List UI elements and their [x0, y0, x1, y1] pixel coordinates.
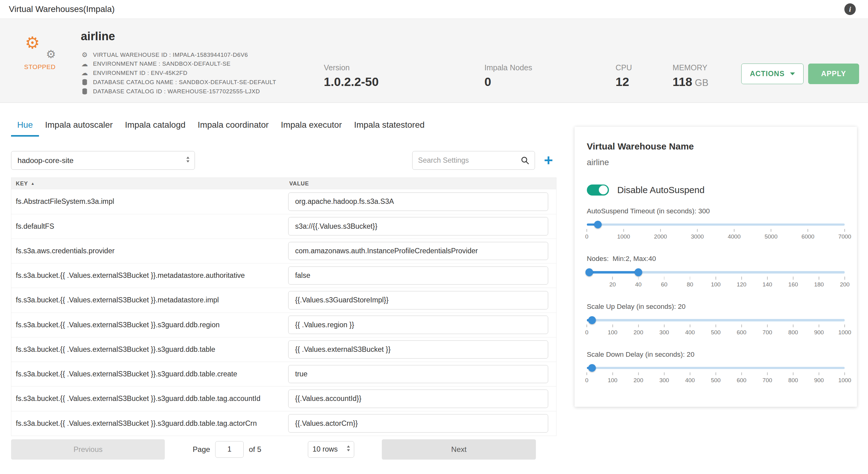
actions-button[interactable]: ACTIONS [741, 63, 804, 84]
gear-icon: ⚙ [81, 52, 88, 58]
setting-value-input[interactable] [288, 316, 548, 334]
slider-track-area[interactable] [587, 268, 845, 276]
slider-handle[interactable] [588, 364, 596, 372]
slider-tick: 20 [609, 276, 616, 288]
slider-tick: 700 [763, 373, 772, 383]
stat-value: 118 GB [673, 75, 708, 89]
setting-value-input[interactable] [288, 390, 548, 408]
config-file-select[interactable]: hadoop-core-site [11, 151, 195, 170]
slider-tick: 7000 [838, 229, 851, 240]
meta-text: ENVIRONMENT ID : ENV-45K2FD [93, 70, 188, 77]
tick-label: 120 [737, 281, 746, 288]
stat: CPU 12 [616, 63, 673, 89]
slider-tick: 4000 [728, 229, 741, 240]
setting-key: fs.s3a.bucket.{{ .Values.externalS3Bucke… [11, 296, 288, 304]
slider-track[interactable] [587, 224, 845, 226]
gear-gray-icon: ⚙ [46, 49, 56, 60]
sort-asc-icon[interactable]: ▲ [31, 181, 35, 186]
stat: Version 1.0.2.2-50 [324, 63, 484, 89]
slider-handle[interactable] [586, 268, 593, 276]
info-icon[interactable]: i [844, 3, 856, 15]
setting-value-input[interactable] [288, 192, 548, 211]
disable-autosuspend-toggle[interactable] [587, 184, 609, 196]
slider-handle[interactable] [594, 221, 601, 229]
slider-tick: 200 [633, 325, 643, 335]
slider-track-area[interactable] [587, 221, 845, 229]
page-number-input[interactable] [215, 441, 244, 458]
table-row: fs.defaultFS [11, 214, 556, 239]
slider-tick: 2000 [654, 229, 667, 240]
tick-label: 100 [608, 377, 618, 384]
slider-handle[interactable] [634, 268, 642, 276]
search-icon[interactable] [521, 156, 529, 165]
setting-value-input[interactable] [288, 266, 548, 285]
slider-handle[interactable] [588, 316, 596, 324]
slider-label: Nodes: Min:2, Max:40 [587, 255, 845, 263]
warehouse-header: ⚙ ⚙ STOPPED airline ⚙ VIRTUAL WAREHOUSE … [0, 19, 868, 103]
autosuspend-toggle-label: Disable AutoSuspend [617, 185, 704, 195]
tick-label: 600 [737, 329, 746, 336]
tab-impala-executor[interactable]: Impala executor [275, 115, 348, 137]
tick-label: 300 [659, 377, 669, 384]
header-buttons: ACTIONS APPLY [741, 63, 859, 84]
tick-label: 0 [585, 233, 589, 240]
rows-per-page-value: 10 rows [312, 445, 338, 453]
meta-item: DATABASE CATALOG ID : WAREHOUSE-15770225… [81, 87, 276, 96]
slider-track[interactable] [587, 319, 845, 321]
previous-page-button[interactable]: Previous [11, 439, 165, 460]
slider-track-area[interactable] [587, 316, 845, 324]
slider-tick: 0 [585, 373, 589, 383]
search-settings-box[interactable] [412, 151, 535, 170]
tick-label: 200 [633, 329, 643, 336]
tab-impala-autoscaler[interactable]: Impala autoscaler [39, 115, 119, 137]
tick-label: 7000 [838, 233, 851, 240]
tick-label: 800 [788, 329, 798, 336]
table-header: KEY ▲ VALUE [11, 178, 556, 189]
meta-item: ⚙ VIRTUAL WAREHOUSE ID : IMPALA-15839441… [81, 50, 276, 60]
slider-tick: 1000 [617, 229, 630, 240]
setting-key: fs.s3a.bucket.{{ .Values.externalS3Bucke… [11, 394, 288, 403]
autosuspend-toggle-row: Disable AutoSuspend [587, 184, 845, 196]
rows-per-page-select[interactable]: 10 rows [308, 441, 354, 458]
meta-text: VIRTUAL WAREHOUSE ID : IMPALA-1583944107… [93, 52, 248, 58]
slider-block: AutoSuspend Timeout (in seconds): 300 01… [587, 207, 845, 243]
slider-track[interactable] [587, 367, 845, 369]
tick-label: 40 [635, 281, 642, 288]
setting-value-cell [288, 390, 556, 408]
slider-tick: 400 [685, 373, 695, 383]
setting-value-cell [288, 242, 556, 260]
search-input[interactable] [418, 156, 518, 165]
key-column-header[interactable]: KEY ▲ [11, 180, 288, 187]
settings-controls: hadoop-core-site + [11, 151, 556, 170]
tab-impala-catalogd[interactable]: Impala catalogd [119, 115, 191, 137]
warehouse-identity: airline ⚙ VIRTUAL WAREHOUSE ID : IMPALA-… [81, 19, 276, 102]
setting-value-input[interactable] [288, 365, 548, 383]
tab-impala-statestored[interactable]: Impala statestored [348, 115, 431, 137]
setting-value-input[interactable] [288, 242, 548, 260]
stat-value: 12 [616, 75, 673, 89]
tab-impala-coordinator[interactable]: Impala coordinator [191, 115, 275, 137]
setting-value-input[interactable] [288, 414, 548, 433]
page-title: Virtual Warehouses(Impala) [9, 4, 115, 14]
meta-item: ☁ ENVIRONMENT NAME : SANDBOX-DEFAULT-SE [81, 60, 276, 69]
tick-label: 400 [685, 329, 695, 336]
setting-value-input[interactable] [288, 217, 548, 235]
table-row: fs.s3a.bucket.{{ .Values.externalS3Bucke… [11, 411, 556, 436]
tab-hue[interactable]: Hue [11, 115, 39, 137]
tick-label: 80 [687, 281, 693, 288]
pagination: Previous Page of 5 10 rows Next [11, 439, 556, 460]
apply-button[interactable]: APPLY [808, 63, 859, 84]
stat: Impala Nodes 0 [484, 63, 615, 89]
stat-label: CPU [616, 63, 673, 72]
add-setting-button[interactable]: + [540, 153, 556, 168]
tick-label: 900 [814, 377, 824, 384]
setting-value-input[interactable] [288, 340, 548, 359]
tick-label: 700 [763, 329, 772, 336]
setting-key: fs.AbstractFileSystem.s3a.impl [11, 198, 288, 206]
slider-track-area[interactable] [587, 364, 845, 372]
tick-label: 200 [633, 377, 643, 384]
tick-label: 800 [788, 377, 798, 384]
stat-value: 0 [484, 75, 615, 89]
next-page-button[interactable]: Next [382, 439, 536, 460]
setting-value-input[interactable] [288, 291, 548, 309]
